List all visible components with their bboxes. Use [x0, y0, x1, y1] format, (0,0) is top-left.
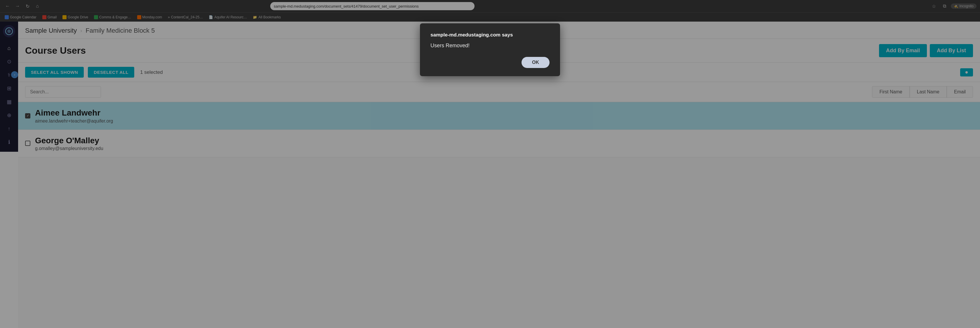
dialog-overlay: sample-md.medustaging.com says Users Rem…: [0, 0, 980, 328]
dialog-title: sample-md.medustaging.com says: [431, 32, 549, 38]
dialog-message: Users Removed!: [431, 43, 549, 49]
dialog-ok-button[interactable]: OK: [522, 57, 549, 68]
dialog-actions: OK: [431, 57, 549, 68]
dialog-box: sample-md.medustaging.com says Users Rem…: [420, 23, 560, 76]
